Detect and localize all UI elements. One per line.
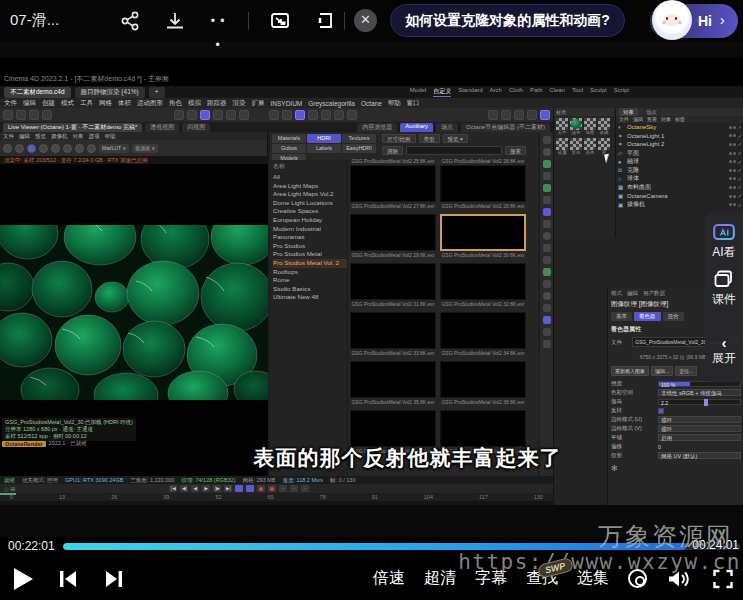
hdri-thumbnail-cell[interactable]: GSG ProStudiosMetal Vol2 36 8K.exr (440, 361, 526, 406)
picture-in-picture-icon[interactable] (268, 9, 292, 33)
hdri-thumbnail[interactable] (440, 361, 526, 398)
object-row[interactable]: ▣ 摄像机 ✓ (616, 200, 743, 209)
layout-tab[interactable]: Path (530, 87, 542, 97)
viewport-tab[interactable]: Live Viewer (Octane) 1-窗 · 不二素材demo 完稿* (3, 123, 142, 132)
menu-item[interactable]: Greyscalegorilla (308, 100, 355, 107)
key-position-toggle[interactable]: ◦ (279, 485, 287, 492)
menu-item[interactable]: 对象 (661, 116, 671, 123)
close-icon[interactable]: ✕ (354, 9, 377, 32)
enabled-check-icon[interactable]: ✓ (738, 133, 742, 139)
viewport-tab[interactable]: 四视图 (182, 123, 210, 132)
enabled-check-icon[interactable]: ✓ (738, 141, 742, 147)
key-rotation-toggle[interactable]: ◦ (301, 485, 309, 492)
hdri-thumbnail-cell[interactable]: GSG ProStudiosMetal Vol2 34 8K.exr (440, 312, 526, 357)
material-swatch[interactable]: 底色 (584, 138, 596, 156)
menu-item[interactable]: 跟踪器 (207, 99, 227, 108)
material-swatch[interactable]: 金属 (556, 138, 568, 156)
menu-item[interactable]: 工具 (80, 99, 93, 108)
material-swatch[interactable]: 天空 (556, 118, 568, 136)
timeline-playhead[interactable] (0, 493, 16, 495)
attribute-tab[interactable]: 基本 (611, 312, 632, 321)
enabled-check-icon[interactable]: ✓ (738, 202, 742, 208)
menu-item[interactable]: INSYDIUM (271, 100, 303, 107)
tree-item[interactable]: Rooftops (273, 268, 347, 277)
play-forward-icon[interactable]: ▶ (202, 485, 210, 492)
menu-item[interactable]: 模式 (61, 99, 74, 108)
search-question-pill[interactable]: 如何设置克隆对象的属性和动画? (390, 4, 625, 37)
visibility-dots[interactable] (729, 160, 736, 163)
object-row[interactable]: ✦ OctaneLight 1 ✓ (616, 132, 743, 141)
live-viewer-toolbar[interactable]: Mat/LUT ∨ 自适应 ∨ (0, 140, 267, 156)
tree-item[interactable]: Creative Spaces (273, 207, 347, 216)
menu-item[interactable]: Octane (361, 100, 382, 107)
attribute-row[interactable]: 投射 网格 UV (默认) (611, 451, 741, 460)
c4d-right-toolbar[interactable] (540, 132, 553, 476)
c4d-toolbar[interactable] (0, 108, 553, 122)
menu-item[interactable]: 选项 (89, 133, 100, 140)
visibility-dots[interactable] (729, 203, 736, 206)
tree-item[interactable]: All (273, 173, 347, 182)
preview-dropdown[interactable]: 预览 ▾ (443, 134, 468, 143)
clear-button[interactable]: 清除 (382, 146, 403, 155)
hdri-thumbnail-cell[interactable]: GSG ProStudiosMetal Vol2 35 8K.exr (350, 361, 436, 406)
goto-start-icon[interactable]: |◀ (169, 485, 177, 492)
enabled-check-icon[interactable]: ✓ (738, 150, 742, 156)
hdri-thumbnail[interactable] (350, 214, 436, 251)
sort-control[interactable]: 尺寸/比例 (382, 134, 416, 143)
asset-category-tab[interactable]: Textures (342, 134, 376, 143)
enabled-check-icon[interactable]: ✓ (738, 184, 742, 190)
menu-item[interactable]: 模拟 (188, 99, 201, 108)
tree-item[interactable]: European Holiday (273, 216, 347, 225)
play-icon[interactable] (14, 568, 33, 590)
menu-item[interactable]: 帮助 (105, 133, 116, 140)
object-manager-tab[interactable]: 对象 (619, 108, 638, 116)
document-tab[interactable]: 题目静物渲染 (41%) (75, 87, 145, 98)
reload-button[interactable]: 重新载入图像 (611, 366, 649, 376)
enabled-check-icon[interactable]: ✓ (738, 167, 742, 173)
hdri-thumbnail[interactable] (440, 214, 526, 251)
visibility-dots[interactable] (729, 186, 736, 189)
record-keyframe-button[interactable] (257, 485, 265, 492)
visibility-dots[interactable] (729, 126, 736, 129)
attribute-value[interactable]: 启用 (658, 434, 741, 441)
attribute-value[interactable]: 非线性 sRGB + 传统伽马 (658, 389, 741, 396)
menu-item[interactable]: 编辑 (23, 99, 36, 108)
visibility-dots[interactable] (729, 134, 736, 137)
enabled-check-icon[interactable]: ✓ (738, 193, 742, 199)
visibility-dots[interactable] (729, 152, 736, 155)
menu-item[interactable]: 文件 (3, 133, 14, 140)
attribute-value[interactable]: 2.2 (658, 399, 741, 405)
c4d-layout-tabs[interactable]: Model自定义StandardArchClothPathCleanToolSc… (410, 87, 739, 97)
ai-watch-button[interactable]: AI看 (712, 223, 735, 261)
visibility-dots[interactable] (729, 169, 736, 172)
attribute-header-tab[interactable]: 编辑 (627, 290, 638, 297)
download-icon[interactable] (163, 9, 187, 33)
hdri-thumbnail-cell[interactable]: GSG ProStudiosMetal Vol2 27 8K.exr (350, 165, 436, 210)
hdri-thumbnail[interactable] (440, 165, 526, 202)
tree-item[interactable]: Rome (273, 276, 347, 285)
object-row[interactable]: ◐ OctaneSky ✓ (616, 123, 743, 132)
settings-gear-icon[interactable]: ✻ (611, 464, 741, 473)
object-row[interactable]: ▣ OctaneCamera ✓ (616, 192, 743, 201)
share-icon[interactable] (118, 9, 142, 33)
hdri-thumbnail-cell[interactable]: GSG ProStudiosMetal Vol2 28 8K.exr (440, 165, 526, 210)
search-input[interactable] (406, 146, 502, 155)
hdri-thumbnail-cell[interactable]: GSG ProStudiosMetal Vol2 29 8K.exr (350, 214, 436, 259)
autokey-button[interactable] (268, 485, 276, 492)
live-viewer-menubar[interactable]: 文件编辑预览摄像机对象选项帮助 (0, 132, 267, 140)
menu-item[interactable]: 创建 (42, 99, 55, 108)
hdri-thumbnail[interactable] (440, 263, 526, 300)
key-scale-toggle[interactable]: ◦ (290, 485, 298, 492)
attribute-row[interactable]: 反转 (611, 406, 741, 415)
attribute-row[interactable]: 伽马 2.2 (611, 397, 741, 406)
hdri-thumbnail[interactable] (440, 410, 526, 447)
viewport-tab[interactable]: Auxiliary (400, 123, 433, 132)
timeline-ruler[interactable]: 013263952657891104117130 (0, 493, 553, 501)
hdri-thumbnail-cell[interactable]: GSG ProStudiosMetal Vol2 30 8K.exr (440, 214, 526, 259)
layout-tab[interactable]: Cloth (509, 87, 523, 97)
material-swatch[interactable]: 发光 (570, 138, 582, 156)
asset-category-tab[interactable]: Gobos (272, 144, 306, 153)
prev-key-icon[interactable]: ◀| (180, 485, 188, 492)
hdri-thumbnail[interactable] (350, 410, 436, 447)
viewport-tab[interactable]: 透视视图 (145, 123, 179, 132)
